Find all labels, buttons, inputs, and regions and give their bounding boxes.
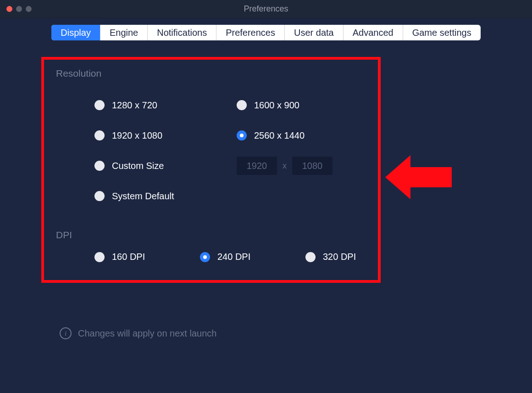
tab-display[interactable]: Display <box>51 25 100 40</box>
resolution-option-1280x720[interactable]: 1280 x 720 <box>94 100 237 111</box>
custom-width-input[interactable] <box>237 157 277 175</box>
tabs: Display Engine Notifications Preferences… <box>51 25 480 40</box>
display-settings-panel: Resolution 1280 x 720 1600 x 900 1920 x … <box>0 40 532 262</box>
radio-label: 2560 x 1440 <box>254 130 305 141</box>
radio-icon <box>305 252 316 262</box>
radio-label: System Default <box>112 191 174 202</box>
radio-icon <box>94 252 105 262</box>
window-titlebar: Preferences <box>0 0 532 18</box>
dpi-heading: DPI <box>56 230 532 241</box>
custom-height-input[interactable] <box>292 157 332 175</box>
tab-engine[interactable]: Engine <box>100 25 148 40</box>
close-window-icon[interactable] <box>6 6 12 12</box>
radio-icon <box>94 161 105 171</box>
resolution-option-1600x900[interactable]: 1600 x 900 <box>237 100 379 111</box>
tabs-container: Display Engine Notifications Preferences… <box>0 18 532 40</box>
window-title: Preferences <box>244 4 288 14</box>
radio-label: Custom Size <box>112 161 164 171</box>
radio-label: 240 DPI <box>217 252 250 262</box>
resolution-option-2560x1440[interactable]: 2560 x 1440 <box>237 130 379 141</box>
resolution-heading: Resolution <box>56 68 532 79</box>
radio-label: 1280 x 720 <box>112 100 157 111</box>
custom-size-inputs: x <box>237 157 332 175</box>
dpi-option-240[interactable]: 240 DPI <box>200 252 305 262</box>
radio-label: 1920 x 1080 <box>112 130 162 141</box>
window-controls <box>0 6 32 12</box>
info-icon: i <box>60 327 72 339</box>
tab-notifications[interactable]: Notifications <box>148 25 216 40</box>
radio-icon <box>237 100 247 110</box>
minimize-window-icon[interactable] <box>16 6 22 12</box>
tab-advanced[interactable]: Advanced <box>344 25 403 40</box>
radio-label: 160 DPI <box>112 252 145 262</box>
footer-note: i Changes will apply on next launch <box>60 327 216 339</box>
footer-note-text: Changes will apply on next launch <box>78 328 216 339</box>
dimension-separator: x <box>283 161 287 171</box>
radio-icon <box>94 100 105 110</box>
resolution-option-system-default[interactable]: System Default <box>94 191 237 202</box>
tab-user-data[interactable]: User data <box>285 25 344 40</box>
dpi-option-160[interactable]: 160 DPI <box>94 252 200 262</box>
radio-label: 1600 x 900 <box>254 100 299 111</box>
dpi-option-320[interactable]: 320 DPI <box>305 252 411 262</box>
radio-icon <box>94 191 105 201</box>
radio-icon <box>200 252 210 262</box>
radio-icon <box>237 130 247 140</box>
dpi-options: 160 DPI 240 DPI 320 DPI <box>94 252 532 262</box>
radio-icon <box>94 130 105 140</box>
radio-label: 320 DPI <box>323 252 356 262</box>
tab-preferences[interactable]: Preferences <box>216 25 285 40</box>
tab-game-settings[interactable]: Game settings <box>403 25 481 40</box>
resolution-options: 1280 x 720 1600 x 900 1920 x 1080 2560 x… <box>94 90 532 211</box>
resolution-option-custom[interactable]: Custom Size <box>94 161 237 171</box>
resolution-option-1920x1080[interactable]: 1920 x 1080 <box>94 130 237 141</box>
maximize-window-icon[interactable] <box>26 6 32 12</box>
